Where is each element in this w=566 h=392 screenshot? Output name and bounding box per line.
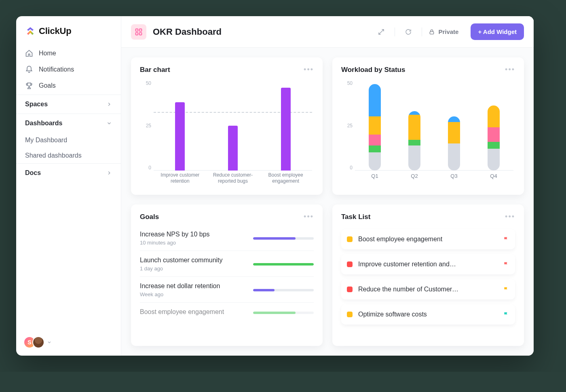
status-indicator xyxy=(347,287,353,292)
sidebar-item-notifications[interactable]: Notifications xyxy=(16,61,121,78)
goal-progress xyxy=(253,263,314,266)
widget-bar-chart: Bar chart ••• 50 25 0 Improve customer r… xyxy=(131,57,323,195)
y-tick: 0 xyxy=(148,165,151,171)
widget-title: Goals xyxy=(140,213,159,221)
bar-segment xyxy=(369,116,381,135)
bar-segment xyxy=(369,152,381,171)
sidebar-footer: S xyxy=(16,329,121,356)
widget-menu-button[interactable]: ••• xyxy=(505,65,515,74)
add-widget-label: + Add Widget xyxy=(478,28,517,35)
task-row[interactable]: Boost employee engagement xyxy=(341,229,515,249)
task-title: Reduce the number of Customer… xyxy=(358,286,497,293)
status-indicator xyxy=(347,261,353,267)
widget-title: Workload by Status xyxy=(341,66,405,74)
refresh-icon xyxy=(405,28,412,36)
bar-segment xyxy=(488,105,500,127)
separator xyxy=(422,27,422,36)
goal-timestamp: 10 minutes ago xyxy=(140,240,246,246)
lock-icon xyxy=(429,29,435,35)
bar-segment xyxy=(369,135,381,145)
flag-icon xyxy=(503,236,509,242)
sidebar-item-goals[interactable]: Goals xyxy=(16,78,121,94)
widget-menu-button[interactable]: ••• xyxy=(304,213,314,221)
bell-icon xyxy=(25,65,33,74)
brand-logo[interactable]: ClickUp xyxy=(16,16,121,44)
stacked-bar[interactable] xyxy=(488,105,500,171)
task-title: Boost employee engagement xyxy=(358,236,497,243)
sidebar-section-spaces[interactable]: Spaces xyxy=(16,95,121,114)
bar-segment xyxy=(488,127,500,142)
svg-rect-2 xyxy=(136,32,138,35)
task-list: Boost employee engagementImprove custome… xyxy=(341,225,515,329)
bar-segment xyxy=(448,143,460,171)
x-axis-label: Q1 xyxy=(363,171,387,187)
x-axis-label: Q2 xyxy=(402,171,427,187)
y-tick: 50 xyxy=(347,80,353,86)
y-tick: 25 xyxy=(146,123,151,129)
sidebar-primary-nav: Home Notifications Goals xyxy=(16,44,121,95)
bar-segment xyxy=(408,145,420,171)
flag-icon xyxy=(503,311,509,318)
task-row[interactable]: Reduce the number of Customer… xyxy=(341,279,515,299)
avatar-photo xyxy=(32,336,44,348)
avatar-stack[interactable]: S xyxy=(23,336,44,348)
goal-title: Boost employee engagement xyxy=(140,308,246,316)
expand-button[interactable] xyxy=(374,25,388,39)
widget-menu-button[interactable]: ••• xyxy=(304,65,314,74)
chevron-down-icon[interactable] xyxy=(47,340,52,345)
widget-goals: Goals ••• Increase NPS by 10 bps10 minut… xyxy=(131,204,323,346)
stacked-bar[interactable] xyxy=(408,111,420,171)
flag-icon xyxy=(503,261,509,268)
sidebar-item-home[interactable]: Home xyxy=(16,45,121,61)
workload-chart-plot: 50 25 0 Q1Q2Q3Q4 xyxy=(341,78,515,187)
refresh-button[interactable] xyxy=(401,25,415,39)
y-tick: 25 xyxy=(347,123,353,129)
widget-menu-button[interactable]: ••• xyxy=(505,213,515,221)
bar-segment xyxy=(408,115,420,140)
task-row[interactable]: Improve customer retention and… xyxy=(341,254,515,274)
sidebar-section-dashboards[interactable]: Dashboards xyxy=(16,114,121,133)
y-axis: 50 25 0 xyxy=(140,80,151,171)
bar[interactable] xyxy=(281,88,291,171)
brand-name: ClickUp xyxy=(39,26,72,36)
stacked-bar[interactable] xyxy=(369,84,381,171)
trophy-icon xyxy=(25,82,33,90)
goal-row[interactable]: Increase net dollar retentionWeek ago xyxy=(140,277,314,303)
bar-segment xyxy=(448,122,460,144)
sidebar-item-label: My Dashboard xyxy=(25,137,67,144)
sidebar-item-label: Shared dashboards xyxy=(25,152,82,159)
goal-row[interactable]: Increase NPS by 10 bps10 minutes ago xyxy=(140,225,314,251)
add-widget-button[interactable]: + Add Widget xyxy=(471,23,524,40)
goal-progress xyxy=(253,237,314,240)
y-axis: 50 25 0 xyxy=(341,80,353,171)
separator xyxy=(395,27,395,36)
sidebar-item-my-dashboard[interactable]: My Dashboard xyxy=(16,133,121,148)
task-row[interactable]: Optimize software costs xyxy=(341,304,515,325)
sidebar-item-shared-dashboards[interactable]: Shared dashboards xyxy=(16,148,121,163)
goal-title: Increase net dollar retention xyxy=(140,282,246,290)
bar-chart-plot: 50 25 0 Improve customer retentionReduce… xyxy=(140,78,314,187)
bar-segment xyxy=(408,111,420,115)
bar-segment xyxy=(488,149,500,171)
flag-icon xyxy=(503,286,509,293)
widget-title: Task List xyxy=(341,213,370,221)
sidebar-section-docs[interactable]: Docs xyxy=(16,163,121,182)
task-title: Optimize software costs xyxy=(358,311,497,318)
bar[interactable] xyxy=(228,126,238,171)
goal-row[interactable]: Boost employee engagement xyxy=(140,303,314,322)
stacked-bar[interactable] xyxy=(448,116,460,171)
goal-row[interactable]: Launch customer community1 day ago xyxy=(140,251,314,277)
expand-icon xyxy=(378,28,385,36)
widget-title: Bar chart xyxy=(140,66,170,74)
bar-segment xyxy=(448,116,460,122)
privacy-indicator[interactable]: Private xyxy=(429,28,458,35)
clickup-logo-icon xyxy=(25,26,36,36)
app-window: ClickUp Home Notifications Goals xyxy=(16,16,534,356)
sidebar-item-label: Home xyxy=(39,50,56,57)
goal-title: Increase NPS by 10 bps xyxy=(140,231,246,238)
sidebar-item-label: Goals xyxy=(39,82,56,89)
privacy-label: Private xyxy=(438,28,458,35)
bar[interactable] xyxy=(175,102,185,171)
task-title: Improve customer retention and… xyxy=(358,261,497,268)
page-title: OKR Dashboard xyxy=(153,27,222,37)
